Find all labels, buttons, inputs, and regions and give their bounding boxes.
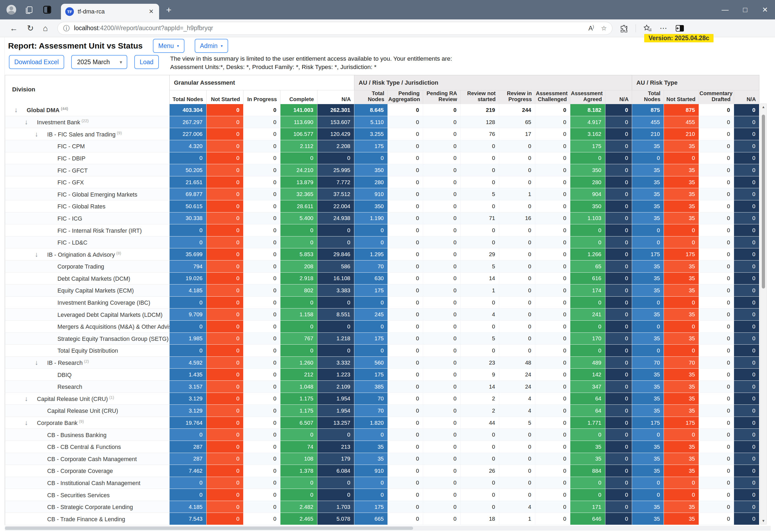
division-label: CB - Trade Finance & Lending [47,516,125,523]
column-header[interactable]: Pending RA Review [423,90,461,104]
column-header[interactable]: Complete [280,90,317,104]
value-cell: 1.820 [354,417,388,429]
workspaces-icon[interactable] [25,5,34,14]
value-cell: 35 [664,285,699,297]
value-cell: 0 [699,296,734,309]
value-cell: 0 [423,393,461,405]
address-bar[interactable]: ⓘ localhost:4200/#/report/aucount?appId=… [57,22,612,35]
expand-arrow-icon[interactable]: ↓ [25,118,37,126]
period-select[interactable]: 2025 March▼ [71,55,127,69]
column-header[interactable]: In Progress [243,90,280,104]
close-button[interactable]: ✕ [755,0,775,19]
column-header[interactable]: Total Nodes [170,90,206,104]
vertical-scrollbar[interactable]: ▲ ▼ [760,103,767,524]
value-cell: 560 [354,357,388,369]
value-cell: 35 [664,441,699,453]
site-info-icon[interactable]: ⓘ [63,24,70,33]
expand-arrow-icon[interactable]: ↓ [14,106,27,114]
maximize-button[interactable]: □ [735,0,755,19]
value-cell: 0 [170,489,206,501]
load-button[interactable]: Load [134,55,159,69]
value-cell: 0 [280,236,317,248]
value-cell: 0 [388,104,423,116]
column-header[interactable]: Assessment Challenged [535,90,570,104]
value-cell: 0 [734,116,759,128]
column-header[interactable]: Pending Aggregation [388,90,423,104]
value-cell: 0 [699,477,734,489]
horizontal-scroll-thumb[interactable] [5,527,413,530]
group-header-granular: Granular Assessment [170,75,354,90]
column-header[interactable]: Not Started [206,90,243,104]
value-cell: 0 [388,465,423,477]
value-cell: 3.162 [570,128,605,140]
column-header[interactable]: Review not started [461,90,499,104]
refresh-icon[interactable]: ↻ [27,24,34,32]
column-header[interactable]: Total Nodes [632,90,664,104]
column-header[interactable]: Assessment Agreed [570,90,605,104]
value-cell: 210 [664,128,699,140]
expand-arrow-icon[interactable]: ↓ [25,395,37,403]
expand-arrow-icon[interactable]: ↓ [35,359,47,367]
column-header[interactable]: Commentary Drafted [699,90,734,104]
value-cell: 17 [499,128,535,140]
expand-arrow-icon[interactable]: ↓ [25,419,37,427]
scroll-up-icon[interactable]: ▲ [760,104,766,110]
browser-tab[interactable]: TF tf-dma-rca ✕ [61,4,159,19]
tab-actions-icon[interactable] [43,5,52,14]
extensions-icon[interactable] [620,24,628,32]
scroll-down-icon[interactable]: ▼ [760,518,766,524]
value-cell: 0 [535,513,570,525]
expand-arrow-icon[interactable]: ↓ [35,250,47,258]
value-cell: 0 [317,320,354,333]
value-cell: 0 [243,309,280,321]
collections-icon[interactable] [643,24,652,32]
value-cell: 0 [354,224,388,236]
column-header[interactable]: Total Nodes [354,90,388,104]
value-cell: 171 [570,501,605,513]
menu-button[interactable]: Menu▾ [153,39,184,53]
favorite-star-icon[interactable]: ☆ [601,25,607,32]
value-cell: 0 [699,333,734,345]
column-header[interactable]: N/A [605,90,632,104]
value-cell: 767 [280,333,317,345]
minimize-button[interactable]: — [715,0,735,19]
value-cell: 0 [699,224,734,236]
value-cell: 0 [461,489,499,501]
value-cell: 175 [354,333,388,345]
sidebar-icon[interactable] [675,24,684,32]
value-cell: 35 [632,441,664,453]
new-tab-button[interactable]: + [166,5,171,14]
child-count: (2) [84,359,89,364]
settings-more-icon[interactable]: ⋯ [660,24,668,33]
download-excel-button[interactable]: Download Excel [9,55,64,69]
division-cell: ↓Mergers & Acquisitions (M&A) & Other Ad… [5,320,170,333]
value-cell: 0 [664,345,699,357]
value-cell: 0 [605,212,632,224]
admin-button[interactable]: Admin▾ [195,39,228,53]
read-aloud-icon[interactable]: A) [588,25,594,32]
value-cell: 18 [461,513,499,525]
division-column-header[interactable]: Division [5,75,170,104]
tab-close-icon[interactable]: ✕ [147,8,155,15]
value-cell: 0 [734,212,759,224]
horizontal-scrollbar[interactable] [5,526,771,531]
column-header[interactable]: Not Started [664,90,699,104]
column-header[interactable]: Review in Progress [499,90,535,104]
column-header[interactable]: N/A [317,90,354,104]
vertical-scroll-thumb[interactable] [762,115,765,289]
home-icon[interactable]: ⌂ [43,24,48,32]
value-cell: 4 [461,309,499,321]
back-icon[interactable]: ← [10,24,18,32]
column-header[interactable]: N/A [734,90,759,104]
value-cell: 0 [570,429,605,441]
value-cell: 0 [423,296,461,309]
value-cell: 0 [664,320,699,333]
value-cell: 0 [317,224,354,236]
value-cell: 0 [632,296,664,309]
expand-arrow-icon[interactable]: ↓ [35,130,47,138]
value-cell: 0 [243,176,280,188]
value-cell: 35 [632,188,664,200]
value-cell: 0 [699,248,734,260]
value-cell: 0 [699,212,734,224]
profile-avatar[interactable] [6,5,16,15]
